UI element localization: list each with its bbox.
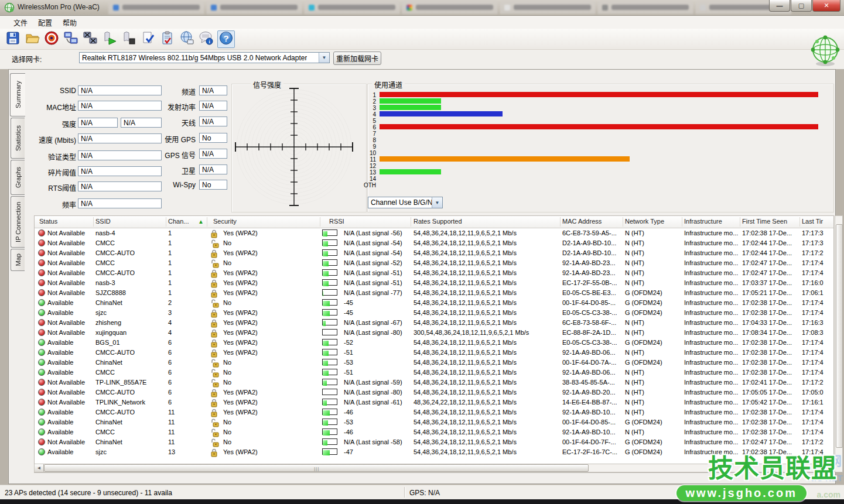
watermark-ghost-text: a.com xyxy=(817,490,840,499)
column-separator[interactable] xyxy=(623,217,623,227)
column-separator[interactable] xyxy=(740,217,740,227)
column-separator[interactable] xyxy=(560,217,561,227)
column-separator[interactable] xyxy=(166,217,166,227)
support-button[interactable]: i xyxy=(198,31,214,47)
close-button[interactable]: ✕ xyxy=(812,0,840,12)
field-value-right-4: N/A xyxy=(199,149,227,159)
column-header-ssid[interactable]: SSID xyxy=(95,218,111,225)
horizontal-scrollbar-thumb[interactable]: ||| xyxy=(44,464,589,472)
field-label-right-3: 使用 GPS xyxy=(135,134,196,144)
cell-channel: 1 xyxy=(168,239,172,246)
table-row[interactable]: Not AvailableCMCC-AUTO1Yes (WPA2)N/A (La… xyxy=(35,268,833,278)
column-header-mac-address[interactable]: MAC Address xyxy=(562,218,602,225)
table-row[interactable]: Not AvailableCMCC-AUTO1Yes (WPA2)N/A (La… xyxy=(35,248,833,258)
cell-ssid: zhisheng xyxy=(95,319,121,326)
column-separator[interactable] xyxy=(93,217,94,227)
table-row[interactable]: Not AvailableTP-LINK_855A7E6NoN/A (Last … xyxy=(35,378,833,388)
cell-rates: 54,48,36,24,18,12,11,9,6,5,2,1 Mb/s xyxy=(414,239,517,246)
chevron-down-icon[interactable]: ▼ xyxy=(319,53,329,63)
verify-log-button[interactable] xyxy=(140,31,156,47)
column-separator[interactable] xyxy=(320,217,320,227)
rssi-bar-fill xyxy=(323,410,330,416)
menu-item-1[interactable]: 配置 xyxy=(33,16,57,29)
report-button[interactable] xyxy=(159,31,176,47)
column-header-chan-[interactable]: Chan... xyxy=(168,218,189,225)
table-row[interactable]: Not Availablezhisheng4Yes (WPA2)N/A (Las… xyxy=(35,318,833,328)
adapter-select[interactable]: Realtek RTL8187 Wireless 802.11b/g 54Mbp… xyxy=(79,52,330,63)
table-row[interactable]: AvailableCMCC-AUTO6Yes (WPA2)-5154,48,36… xyxy=(35,348,833,358)
channel-label-11: 11 xyxy=(358,156,376,163)
tab-map[interactable]: Map xyxy=(11,249,25,271)
cell-security: No xyxy=(223,299,231,306)
table-row[interactable]: Not AvailableCMCC-AUTO6Yes (WPA2)N/A (La… xyxy=(35,388,833,397)
table-row[interactable]: AvailableChinaNet2No-4554,48,36,24,18,12… xyxy=(35,298,833,308)
column-header-status[interactable]: Status xyxy=(39,218,57,225)
table-row[interactable]: Not Availablexujingquan4Yes (WPA2)N/A (L… xyxy=(35,328,833,338)
stop-logging-button[interactable] xyxy=(121,31,137,47)
web-button[interactable] xyxy=(179,31,195,47)
cell-mac: 92-1A-A9-BD-23... xyxy=(562,269,615,276)
table-row[interactable]: AvailableCMCC11No-4654,48,36,24,18,12,11… xyxy=(35,427,833,437)
column-separator[interactable] xyxy=(411,217,411,227)
tab-title-blob xyxy=(220,5,298,10)
rssi-bar-fill xyxy=(323,400,327,406)
table-row[interactable]: Not AvailableTPLINK_Network6Yes (WPA2)N/… xyxy=(35,397,833,407)
reconnect-button[interactable] xyxy=(63,31,79,47)
table-row[interactable]: AvailableCMCC6No-5154,48,36,24,18,12,11,… xyxy=(35,368,833,378)
column-header-infrastructure[interactable]: Infrastructure xyxy=(684,218,722,225)
cell-rates: 54,48,36,24,18,12,11,9,6,5,2,1 Mb/s xyxy=(414,448,517,455)
open-button[interactable] xyxy=(24,31,40,47)
rssi-bar-fill xyxy=(323,440,327,445)
start-logging-button[interactable] xyxy=(101,31,118,47)
cell-infrastructure: Infrastructure mo... xyxy=(684,349,738,356)
column-header-rssi[interactable]: RSSI xyxy=(329,218,344,225)
channel-mode-select[interactable]: Channel Use B/G/N ▼ xyxy=(368,197,443,208)
cell-infrastructure: Infrastructure mo... xyxy=(684,249,738,256)
scan-button[interactable] xyxy=(43,31,60,47)
rssi-bar-fill xyxy=(323,261,329,266)
table-row[interactable]: Not AvailableSJZC88881Yes (WPA2)N/A (Las… xyxy=(35,288,833,298)
column-header-last-tir[interactable]: Last Tir xyxy=(802,218,823,225)
cell-mac: EC-88-8F-2A-1D... xyxy=(562,329,616,336)
column-header-rates-supported[interactable]: Rates Supported xyxy=(414,218,462,225)
table-row[interactable]: Not Availablenasb-41Yes (WPA2)N/A (Last … xyxy=(35,228,833,238)
help-button[interactable]: ? xyxy=(217,30,235,48)
cell-infrastructure: Infrastructure mo... xyxy=(684,299,738,306)
cell-first-seen: 17:02:38 17-De... xyxy=(742,428,792,436)
table-row[interactable]: AvailableCMCC-AUTO11Yes (WPA2)-4654,48,3… xyxy=(35,407,833,417)
vertical-scrollbar-thumb[interactable] xyxy=(836,224,843,448)
cell-ssid: ChinaNet xyxy=(95,359,122,366)
column-separator[interactable] xyxy=(207,217,207,227)
save-button[interactable] xyxy=(5,31,21,47)
table-row[interactable]: AvailableChinaNet11No-5354,48,36,24,18,1… xyxy=(35,417,833,427)
maximize-button[interactable]: ▢ xyxy=(791,0,812,12)
table-row[interactable]: AvailableBGS_016Yes (WPA2)-5254,48,36,24… xyxy=(35,338,833,348)
minimize-button[interactable]: — xyxy=(769,0,790,12)
column-header-security[interactable]: Security xyxy=(213,218,237,225)
table-row[interactable]: Not AvailableCMCC1NoN/A (Last signal -52… xyxy=(35,258,833,268)
ap-table-header[interactable]: StatusSSIDChan...SecurityRSSIRates Suppo… xyxy=(35,216,833,228)
table-row[interactable]: Availablesjzc3Yes (WPA2)-4554,48,36,24,1… xyxy=(35,308,833,318)
cell-ssid: ChinaNet xyxy=(95,438,122,445)
vertical-scrollbar[interactable] xyxy=(835,215,843,472)
table-row[interactable]: Not Availablenasb-31Yes (WPA2)N/A (Last … xyxy=(35,278,833,288)
cell-network-type: N (HT) xyxy=(625,399,644,406)
chevron-down-icon[interactable]: ▼ xyxy=(432,197,442,208)
column-separator[interactable] xyxy=(682,217,682,227)
column-header-network-type[interactable]: Network Type xyxy=(625,218,664,225)
cell-rates: 54,48,36,24,18,12,11,9,6,5,2,1 Mb/s xyxy=(414,249,517,256)
cell-status: Not Available xyxy=(47,399,85,406)
cell-status: Not Available xyxy=(47,259,85,266)
column-separator[interactable] xyxy=(799,217,800,227)
scrollbar-grip: ||| xyxy=(314,466,319,471)
scroll-left-arrow[interactable]: ◄ xyxy=(35,464,44,472)
column-header-first-time-seen[interactable]: First Time Seen xyxy=(742,218,787,225)
not-available-icon xyxy=(38,319,45,326)
menu-item-0[interactable]: 文件 xyxy=(8,16,33,29)
reload-adapters-button[interactable]: 重新加载网卡 xyxy=(333,52,381,65)
table-row[interactable]: Not AvailableChinaNet11NoN/A (Last signa… xyxy=(35,437,833,447)
table-row[interactable]: AvailableChinaNet6No-5354,48,36,24,18,12… xyxy=(35,358,833,368)
menu-item-2[interactable]: 帮助 xyxy=(57,16,82,29)
table-row[interactable]: Not AvailableCMCC1NoN/A (Last signal -54… xyxy=(35,238,833,248)
disconnect-button[interactable] xyxy=(82,31,98,47)
